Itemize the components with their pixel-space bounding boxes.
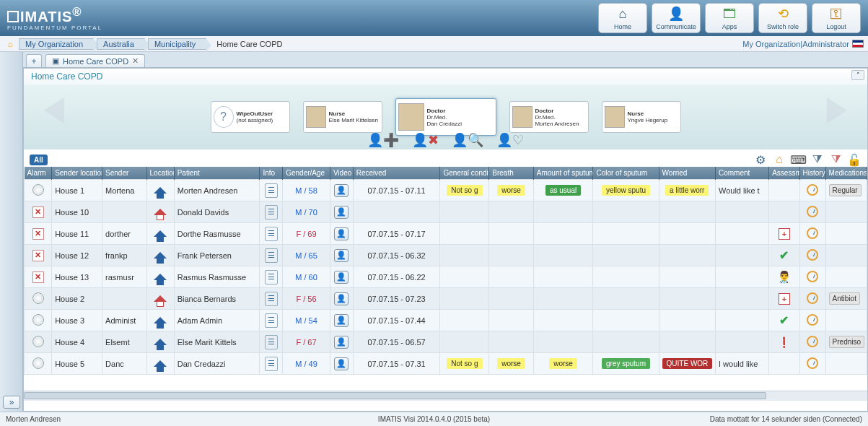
video-cell[interactable]: 👤 xyxy=(330,201,353,223)
clear-filter-icon[interactable]: ⧩ xyxy=(828,152,843,167)
gender-age-link[interactable]: F / 67 xyxy=(296,338,316,347)
gender-age-link[interactable]: F / 56 xyxy=(296,295,316,303)
info-cell[interactable]: ☰ xyxy=(260,288,283,310)
logout-button[interactable]: ⚿Logout xyxy=(812,3,861,33)
context-card-nurse-1[interactable]: NurseElse Marit Kittelsen xyxy=(303,101,382,133)
history-cell[interactable] xyxy=(799,288,825,310)
column-header[interactable]: Location xyxy=(146,167,174,180)
column-header[interactable]: Sender location xyxy=(52,167,102,180)
history-cell[interactable] xyxy=(799,266,825,288)
table-row[interactable]: House 3AdministAdam Admin☰M / 54👤07.07.1… xyxy=(25,310,867,331)
column-header[interactable]: Color of sputum xyxy=(593,167,659,180)
settings-icon[interactable]: ⚙ xyxy=(753,152,768,167)
gender-age-cell[interactable]: M / 70 xyxy=(283,201,330,223)
info-icon[interactable]: ☰ xyxy=(265,183,278,198)
gender-age-cell[interactable]: M / 49 xyxy=(283,353,330,375)
history-icon[interactable] xyxy=(807,292,818,304)
info-icon[interactable]: ☰ xyxy=(265,227,278,241)
video-cell[interactable]: 👤 xyxy=(330,266,353,288)
column-header[interactable]: Info xyxy=(260,167,283,180)
history-icon[interactable] xyxy=(807,357,818,369)
gender-age-link[interactable]: M / 54 xyxy=(295,316,317,325)
gender-age-link[interactable]: M / 60 xyxy=(295,273,317,282)
info-icon[interactable]: ☰ xyxy=(265,335,278,349)
video-cell[interactable]: 👤 xyxy=(330,310,353,331)
history-cell[interactable] xyxy=(799,201,825,223)
column-header[interactable]: Comment xyxy=(715,167,768,180)
tab-close-icon[interactable]: ✕ xyxy=(132,56,139,66)
breadcrumb-seg-muni[interactable]: Municipality xyxy=(148,38,206,50)
info-cell[interactable]: ☰ xyxy=(260,245,283,266)
column-header[interactable]: Medications xyxy=(825,167,867,180)
video-cell[interactable]: 👤 xyxy=(330,180,353,201)
home-button[interactable]: ⌂Home xyxy=(598,3,647,33)
history-icon[interactable] xyxy=(807,206,818,217)
column-header[interactable]: Alarm xyxy=(25,167,52,180)
column-header[interactable]: Worried xyxy=(659,167,715,180)
unlock-icon[interactable]: 🔓 xyxy=(847,152,862,167)
video-cell[interactable]: 👤 xyxy=(330,245,353,266)
video-icon[interactable]: 👤 xyxy=(334,336,348,349)
expand-sidebar-button[interactable]: » xyxy=(3,396,20,409)
keyboard-icon[interactable]: ⌨ xyxy=(791,152,805,167)
history-icon[interactable] xyxy=(807,336,818,347)
apps-button[interactable]: 🗔Apps xyxy=(705,3,754,33)
scroll-up-button[interactable]: ˄ xyxy=(851,70,864,80)
remove-user-icon[interactable]: 👤✖ xyxy=(412,132,439,148)
info-cell[interactable]: ☰ xyxy=(260,353,283,375)
video-cell[interactable]: 👤 xyxy=(330,223,353,245)
gender-age-link[interactable]: M / 70 xyxy=(295,208,317,217)
info-cell[interactable]: ☰ xyxy=(260,180,283,201)
history-icon[interactable] xyxy=(807,314,818,326)
column-header[interactable]: Gender/Age xyxy=(283,167,330,180)
context-card-wipeout[interactable]: ? WipeOutUser(not assigned) xyxy=(211,101,290,133)
filter-icon[interactable]: ⧩ xyxy=(810,152,824,167)
table-row[interactable]: ✕House 12frankpFrank Petersen☰M / 65👤07.… xyxy=(25,245,867,266)
video-icon[interactable]: 👤 xyxy=(334,357,348,370)
history-icon[interactable] xyxy=(807,227,818,239)
column-header[interactable]: Received xyxy=(353,167,440,180)
gender-age-cell[interactable]: F / 69 xyxy=(283,223,330,245)
info-icon[interactable]: ☰ xyxy=(265,357,278,371)
scrollbar-thumb[interactable] xyxy=(24,392,766,399)
history-icon[interactable] xyxy=(807,271,818,282)
column-header[interactable]: Breath xyxy=(489,167,533,180)
column-header[interactable]: Video xyxy=(330,167,353,180)
video-cell[interactable]: 👤 xyxy=(330,288,353,310)
add-user-icon[interactable]: 👤➕ xyxy=(367,132,399,148)
gender-age-link[interactable]: M / 58 xyxy=(295,186,317,195)
switch-role-button[interactable]: ⟲Switch role xyxy=(758,3,807,33)
gender-age-cell[interactable]: F / 56 xyxy=(283,288,330,310)
info-icon[interactable]: ☰ xyxy=(265,292,278,306)
history-cell[interactable] xyxy=(799,223,825,245)
breadcrumb-seg-org[interactable]: My Organization xyxy=(19,38,94,50)
history-icon[interactable] xyxy=(807,184,818,196)
gender-age-link[interactable]: F / 69 xyxy=(296,230,316,238)
context-prev-button[interactable] xyxy=(44,97,64,123)
context-next-button[interactable] xyxy=(827,97,847,123)
history-icon[interactable] xyxy=(807,249,818,261)
table-row[interactable]: ✕House 13rasmusrRasmus Rasmusse☰M / 60👤0… xyxy=(25,266,867,288)
info-cell[interactable]: ☰ xyxy=(260,331,283,353)
video-icon[interactable]: 👤 xyxy=(334,227,348,240)
horizontal-scrollbar[interactable] xyxy=(24,391,867,401)
gender-age-cell[interactable]: M / 58 xyxy=(283,180,330,201)
table-row[interactable]: ✕House 11dortherDorthe Rasmusse☰F / 69👤0… xyxy=(25,223,867,245)
column-header[interactable]: Assessme xyxy=(769,167,799,180)
column-header[interactable]: Amount of sputum xyxy=(533,167,593,180)
context-card-doctor-2[interactable]: DoctorDr.Med.Morten Andresen xyxy=(509,101,589,133)
video-icon[interactable]: 👤 xyxy=(334,271,348,284)
info-cell[interactable]: ☰ xyxy=(260,223,283,245)
video-cell[interactable]: 👤 xyxy=(330,331,353,353)
history-cell[interactable] xyxy=(799,331,825,353)
video-icon[interactable]: 👤 xyxy=(334,292,348,305)
history-cell[interactable] xyxy=(799,310,825,331)
gender-age-cell[interactable]: F / 67 xyxy=(283,331,330,353)
history-cell[interactable] xyxy=(799,180,825,201)
info-cell[interactable]: ☰ xyxy=(260,266,283,288)
video-icon[interactable]: 👤 xyxy=(334,249,348,262)
column-header[interactable]: History xyxy=(799,167,825,180)
context-card-nurse-2[interactable]: NurseYngve Hegerup xyxy=(602,101,681,133)
table-row[interactable]: ✕House 10Donald Davids☰M / 70👤 xyxy=(25,201,867,223)
history-cell[interactable] xyxy=(799,353,825,375)
